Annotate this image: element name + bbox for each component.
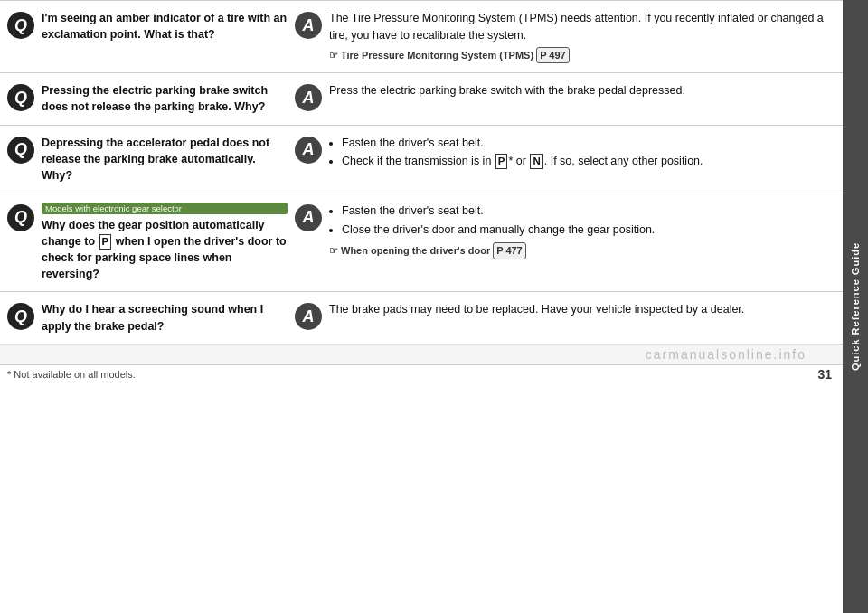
a-section-2: APress the electric parking brake switch… [288, 82, 835, 111]
q-section-4: QModels with electronic gear selectorWhy… [7, 203, 288, 283]
inline-box-n: N [530, 154, 542, 169]
a-bullet-item-3-1: Check if the transmission is in P* or N.… [342, 153, 703, 170]
a-text-p-1: The Tire Pressure Monitoring System (TPM… [329, 10, 835, 44]
qa-row-4: QModels with electronic gear selectorWhy… [0, 193, 843, 293]
a-section-4: AFasten the driver's seat belt.Close the… [288, 203, 835, 259]
footnote-text: * Not available on all models. [7, 369, 136, 380]
qa-row-5: QWhy do I hear a screeching sound when I… [0, 292, 843, 344]
q-section-1: QI'm seeing an amber indicator of a tire… [7, 10, 288, 42]
q-circle-3: Q [7, 137, 34, 164]
q-circle-5: Q [7, 303, 34, 330]
a-content-1: The Tire Pressure Monitoring System (TPM… [329, 10, 835, 63]
a-circle-2: A [295, 84, 322, 111]
inline-box-p: P [495, 154, 508, 169]
ref-link-4: When opening the driver's door P 477 [329, 242, 526, 259]
a-circle-4: A [295, 204, 322, 231]
a-bullet-item-4-1: Close the driver's door and manually cha… [342, 222, 655, 239]
a-bullet-item-4-0: Fasten the driver's seat belt. [342, 203, 655, 220]
main-content: QI'm seeing an amber indicator of a tire… [0, 0, 843, 613]
watermark-text: carmanualsonline.info [646, 347, 807, 362]
a-section-3: AFasten the driver's seat belt.Check if … [288, 135, 835, 173]
a-bullets-3: Fasten the driver's seat belt.Check if t… [329, 135, 703, 171]
a-content-2: Press the electric parking brake switch … [329, 82, 685, 99]
a-section-5: AThe brake pads may need to be replaced.… [288, 301, 835, 330]
q-circle-4: Q [7, 204, 34, 231]
a-bullets-4: Fasten the driver's seat belt.Close the … [329, 203, 655, 239]
a-text-p-5: The brake pads may need to be replaced. … [329, 301, 744, 318]
page-badge-4: P 477 [493, 242, 526, 259]
q-text-2: Pressing the electric parking brake swit… [42, 82, 288, 115]
page-number: 31 [817, 367, 832, 382]
a-circle-1: A [295, 12, 322, 39]
models-badge-4: Models with electronic gear selector [42, 203, 288, 214]
a-content-4: Fasten the driver's seat belt.Close the … [329, 203, 655, 259]
a-text-p-2: Press the electric parking brake switch … [329, 82, 685, 99]
q-section-2: QPressing the electric parking brake swi… [7, 82, 288, 115]
a-content-5: The brake pads may need to be replaced. … [329, 301, 744, 318]
a-circle-3: A [295, 137, 322, 164]
a-section-1: AThe Tire Pressure Monitoring System (TP… [288, 10, 835, 63]
q-text-5: Why do I hear a screeching sound when I … [42, 301, 288, 334]
q-circle-2: Q [7, 84, 34, 111]
q-text-4: Why does the gear position automatically… [42, 217, 288, 283]
q-section-3: QDepressing the accelerator pedal does n… [7, 135, 288, 184]
q-text-1: I'm seeing an amber indicator of a tire … [42, 10, 288, 42]
q-section-5: QWhy do I hear a screeching sound when I… [7, 301, 288, 334]
inline-box-p: P [99, 234, 112, 250]
ref-link-1: Tire Pressure Monitoring System (TPMS) P… [329, 47, 570, 64]
watermark-area: carmanualsonline.info [0, 344, 843, 364]
a-content-3: Fasten the driver's seat belt.Check if t… [329, 135, 703, 173]
sidebar: Quick Reference Guide [843, 0, 868, 613]
qa-row-3: QDepressing the accelerator pedal does n… [0, 126, 843, 193]
a-bullet-item-3-0: Fasten the driver's seat belt. [342, 135, 703, 152]
qa-row-1: QI'm seeing an amber indicator of a tire… [0, 0, 843, 73]
page-badge-1: P 497 [536, 47, 570, 64]
q-circle-1: Q [7, 12, 34, 39]
a-circle-5: A [295, 303, 322, 330]
q-text-3: Depressing the accelerator pedal does no… [42, 135, 288, 184]
qa-row-2: QPressing the electric parking brake swi… [0, 73, 843, 125]
qa-container: QI'm seeing an amber indicator of a tire… [0, 0, 843, 344]
sidebar-label: Quick Reference Guide [850, 242, 861, 371]
